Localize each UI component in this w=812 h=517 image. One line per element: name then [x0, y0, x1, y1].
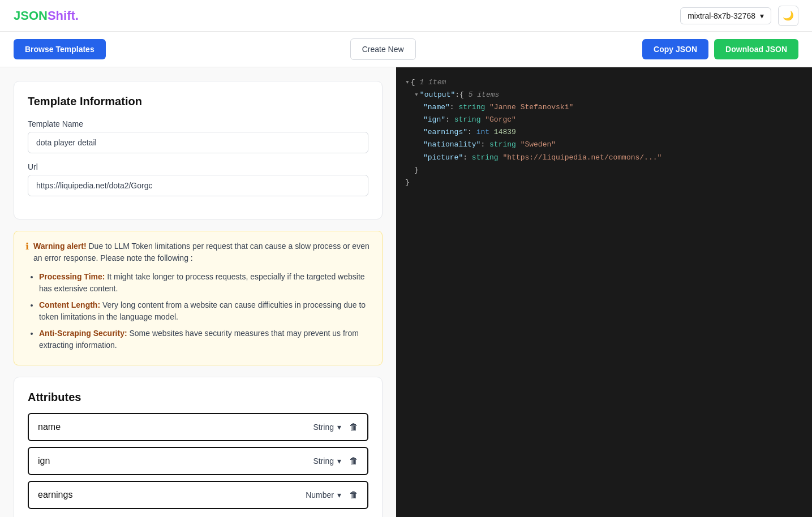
app-header: JSONShift. mixtral-8x7b-32768 ▾ 🌙 [0, 0, 812, 32]
attribute-delete-name-button[interactable]: 🗑 [349, 422, 358, 432]
attribute-delete-earnings-button[interactable]: 🗑 [349, 490, 358, 500]
download-json-button[interactable]: Download JSON [714, 39, 798, 59]
chevron-down-icon: ▾ [337, 423, 341, 432]
left-panel: Template Information Template Name Url ℹ… [0, 67, 396, 517]
browse-templates-button[interactable]: Browse Templates [14, 39, 106, 59]
warning-item-processing: Processing Time: It might take longer to… [39, 271, 371, 295]
json-field-ign: "ign": string "Gorgc" [405, 114, 803, 126]
warning-item-antiscraping-bold: Anti-Scraping Security: [39, 329, 127, 338]
logo-json-text: JSON [14, 8, 48, 23]
template-url-label: Url [28, 162, 368, 171]
header-controls: mixtral-8x7b-32768 ▾ 🌙 [680, 6, 798, 26]
json-viewer: ▾{ 1 item ▾"output":{ 5 items "name": st… [405, 76, 803, 189]
json-expand-output[interactable]: ▾ [414, 91, 419, 99]
warning-list: Processing Time: It might take longer to… [25, 271, 371, 351]
main-layout: Template Information Template Name Url ℹ… [0, 67, 812, 517]
warning-title-bold: Warning alert! [33, 242, 87, 251]
attribute-type-ign-select[interactable]: String ▾ [313, 456, 341, 466]
warning-box: ℹ Warning alert! Due to LLM Token limita… [14, 231, 383, 365]
warning-icon: ℹ [25, 241, 29, 252]
model-selector[interactable]: mixtral-8x7b-32768 ▾ [680, 7, 771, 24]
json-field-nationality: "nationality": string "Sweden" [405, 139, 803, 151]
attributes-title: Attributes [28, 391, 368, 404]
dark-mode-toggle[interactable]: 🌙 [778, 6, 798, 26]
template-url-input[interactable] [28, 175, 368, 196]
chevron-down-icon: ▾ [760, 11, 764, 20]
attribute-type-earnings-select[interactable]: Number ▾ [306, 490, 341, 499]
attribute-name-ign: ign [38, 456, 313, 466]
copy-json-button[interactable]: Copy JSON [642, 39, 708, 59]
attribute-name-earnings: earnings [38, 490, 306, 500]
attribute-row-earnings: earnings Number ▾ 🗑 [28, 481, 368, 509]
toolbar-right: Copy JSON Download JSON [642, 39, 798, 59]
json-output-field: ▾"output":{ 5 items [405, 89, 803, 101]
json-field-picture: "picture": string "https://liquipedia.ne… [405, 152, 803, 164]
app-logo: JSONShift. [14, 8, 79, 23]
chevron-down-icon: ▾ [337, 456, 341, 466]
json-root-open: ▾{ 1 item [405, 76, 803, 89]
attribute-type-earnings-value: Number [306, 490, 334, 499]
attributes-card: Attributes name String ▾ 🗑 ign String ▾ … [14, 377, 383, 517]
logo-dot-text: . [75, 8, 79, 23]
attribute-type-name-select[interactable]: String ▾ [313, 423, 341, 432]
chevron-down-icon: ▾ [337, 490, 341, 499]
template-name-input[interactable] [28, 132, 368, 153]
attribute-delete-ign-button[interactable]: 🗑 [349, 456, 358, 466]
attribute-type-ign-value: String [313, 456, 334, 466]
attribute-type-name-value: String [313, 423, 334, 432]
warning-title-text: Warning alert! Due to LLM Token limitati… [33, 240, 371, 264]
warning-title-row: ℹ Warning alert! Due to LLM Token limita… [25, 240, 371, 264]
warning-item-content: Content Length: Very long content from a… [39, 299, 371, 323]
attribute-name-name: name [38, 422, 313, 432]
json-output-panel: ▾{ 1 item ▾"output":{ 5 items "name": st… [396, 67, 812, 517]
warning-item-processing-bold: Processing Time: [39, 272, 105, 281]
warning-item-content-bold: Content Length: [39, 300, 100, 309]
logo-shift-text: Shift [48, 8, 75, 23]
template-info-title: Template Information [28, 95, 368, 108]
warning-item-antiscraping: Anti-Scraping Security: Some websites ha… [39, 328, 371, 351]
toolbar: Browse Templates Create New Copy JSON Do… [0, 32, 812, 67]
create-new-button[interactable]: Create New [350, 38, 416, 60]
template-url-group: Url [28, 162, 368, 196]
template-name-group: Template Name [28, 119, 368, 153]
attribute-row-name: name String ▾ 🗑 [28, 413, 368, 441]
json-expand-root[interactable]: ▾ [405, 78, 410, 87]
attribute-row-ign: ign String ▾ 🗑 [28, 447, 368, 475]
template-info-card: Template Information Template Name Url [14, 81, 383, 219]
json-field-earnings: "earnings": int 14839 [405, 126, 803, 139]
json-output-close: } [405, 164, 803, 176]
model-selector-value: mixtral-8x7b-32768 [688, 11, 755, 20]
json-field-name: "name": string "Janne Stefanovski" [405, 101, 803, 114]
template-name-label: Template Name [28, 119, 368, 128]
json-root-close: } [405, 176, 803, 189]
